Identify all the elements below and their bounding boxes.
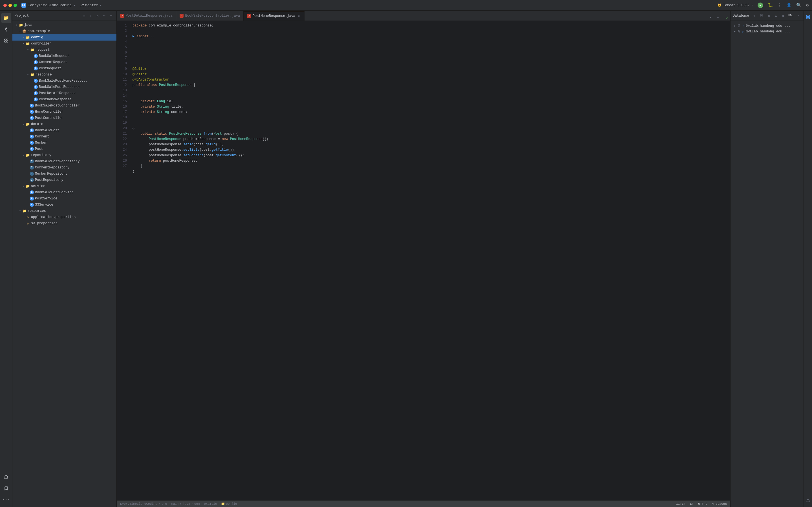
tree-item-CommentRepository[interactable]: I CommentRepository: [12, 165, 116, 171]
tree-arrow-java: ▾: [15, 23, 18, 27]
tree-item-PostRepository[interactable]: I PostRepository: [12, 177, 116, 183]
tab-BookSalePostController[interactable]: J BookSalePostController.java: [176, 11, 244, 20]
db-copy-btn[interactable]: ⎘: [758, 13, 765, 19]
tree-item-BookSalePost[interactable]: C BookSalePost: [12, 127, 116, 133]
tree-item-PostRequest[interactable]: C PostRequest: [12, 65, 116, 71]
user-icon[interactable]: 👤: [786, 3, 792, 8]
tree-item-com-example[interactable]: ▾ 📦 com.example: [12, 28, 116, 34]
tree-item-BookSaleRequest[interactable]: C BookSaleRequest: [12, 53, 116, 59]
settings-icon[interactable]: ⚙: [806, 3, 809, 8]
tree-item-Comment[interactable]: C Comment: [12, 133, 116, 140]
svg-point-8: [806, 15, 810, 17]
more-options[interactable]: ⋮: [777, 3, 782, 8]
tree-item-java[interactable]: ▾ 📁 java: [12, 22, 116, 28]
interface-icon-PostRepository: I: [30, 178, 34, 182]
tab-icon-PostHomeResponse: J: [247, 14, 251, 18]
tree-item-s3-properties[interactable]: ⚙ s3.properties: [12, 220, 116, 226]
tab-chevron-down[interactable]: ▾: [708, 14, 714, 20]
maximize-button[interactable]: [13, 4, 17, 7]
sidebar-collapse-btn[interactable]: —: [108, 13, 114, 19]
tab-bar: J PostDetailResponse.java J BookSalePost…: [117, 11, 730, 21]
debug-button[interactable]: 🐛: [768, 3, 773, 8]
project-icon: ET: [21, 3, 26, 8]
tree-item-Member[interactable]: C Member: [12, 140, 116, 146]
commit-icon[interactable]: [1, 24, 11, 34]
tree-item-BookSalePostService[interactable]: C BookSalePostService: [12, 189, 116, 195]
search-icon[interactable]: 🔍: [796, 3, 802, 8]
tree-item-Post[interactable]: C Post: [12, 146, 116, 152]
close-button[interactable]: [3, 4, 7, 7]
project-view-icon[interactable]: 📁: [1, 13, 11, 23]
code-editor[interactable]: 1 2 3 4 5 6 7 8 9 10 11 12 13 14 15 16 1…: [117, 21, 730, 500]
tree-arrow-controller: ▾: [21, 42, 26, 46]
sidebar-options-btn[interactable]: ⋯: [101, 13, 107, 19]
branch-selector[interactable]: ⎇ master ▾: [80, 3, 102, 8]
sidebar-up-btn[interactable]: ↑: [88, 13, 94, 19]
run-button[interactable]: ▶: [758, 3, 763, 8]
db-ddl-btn[interactable]: DDL: [788, 13, 794, 19]
editor-area: J PostDetailResponse.java J BookSalePost…: [117, 11, 730, 507]
class-icon-S3Service: C: [30, 203, 34, 207]
tree-item-CommentRequest[interactable]: C CommentRequest: [12, 59, 116, 65]
tree-item-controller[interactable]: ▾ 📁 controller: [12, 41, 116, 47]
tree-item-S3Service[interactable]: C S3Service: [12, 202, 116, 208]
structure-icon[interactable]: [1, 36, 11, 46]
tree-item-domain[interactable]: ▾ 📁 domain: [12, 121, 116, 127]
tree-item-service[interactable]: ▾ 📁 service: [12, 183, 116, 189]
sidebar-close-btn[interactable]: ✕: [94, 13, 101, 19]
tab-PostHomeResponse[interactable]: J PostHomeResponse.java ✕: [244, 11, 305, 20]
more-tools-icon[interactable]: ···: [1, 495, 11, 505]
notifications-icon[interactable]: [1, 472, 11, 482]
status-bar: EveryTimeCloneCoding › src › main › java…: [117, 500, 730, 507]
tab-icon-PostDetailResponse: J: [120, 14, 124, 18]
db-icon[interactable]: [804, 13, 812, 21]
tree-item-BookSalePostRepository[interactable]: I BookSalePostRepository: [12, 158, 116, 165]
tree-item-HomeController[interactable]: C HomeController: [12, 109, 116, 115]
tree-item-BookSalePostResponse[interactable]: C BookSalePostResponse: [12, 84, 116, 90]
tree-item-request[interactable]: ▾ 📁 request: [12, 47, 116, 53]
tree-item-PostService[interactable]: C PostService: [12, 195, 116, 202]
run-config[interactable]: 🐱 Tomcat 9.0.82 ▾: [718, 3, 753, 7]
tree-item-config[interactable]: ▾ 📁 config: [12, 34, 116, 41]
db-console-btn[interactable]: ⊡: [773, 13, 779, 19]
code-body[interactable]: package com.example.controller.response;…: [130, 21, 730, 500]
tree-item-BookSalePostHomeResponse[interactable]: C BookSalePostHomeRespo...: [12, 78, 116, 84]
tree-item-application-properties[interactable]: ⚙ application.properties: [12, 214, 116, 220]
tab-PostDetailResponse[interactable]: J PostDetailResponse.java: [117, 11, 176, 20]
tab-icon-BookSalePostController: J: [180, 14, 184, 18]
activity-bar: 📁 ···: [0, 11, 12, 507]
tab-more-options[interactable]: ⋯: [715, 14, 721, 20]
class-icon-HomeController: C: [30, 110, 34, 114]
tab-close-PostHomeResponse[interactable]: ✕: [297, 14, 301, 18]
db-table-btn[interactable]: ⊞: [780, 13, 786, 19]
tree-item-response[interactable]: ▾ 📁 response: [12, 71, 116, 78]
db-item-2[interactable]: ▶ 🗄 ⚡ @walab.handong.edu ...: [730, 29, 804, 34]
svg-rect-4: [6, 39, 8, 40]
interface-icon-BookSalePostRepository: I: [30, 159, 34, 163]
folder-icon-service: 📁: [26, 184, 30, 188]
tree-item-resources[interactable]: ▾ 📁 resources: [12, 208, 116, 214]
sidebar-locate-btn[interactable]: ◎: [81, 13, 87, 19]
db-chevron-btn[interactable]: ›: [795, 13, 801, 19]
notification-bell-icon[interactable]: [804, 497, 812, 505]
minimize-button[interactable]: [8, 4, 12, 7]
tree-arrow-response: ▾: [26, 73, 30, 76]
indent: 4 spaces: [712, 502, 727, 506]
db-refresh-btn[interactable]: ↻: [766, 13, 772, 19]
class-icon-PostService: C: [30, 196, 34, 201]
tree-item-MemberRepository[interactable]: I MemberRepository: [12, 171, 116, 177]
folder-icon-controller: 📁: [26, 41, 30, 46]
bookmark-icon[interactable]: [1, 483, 11, 494]
db-add-btn[interactable]: ＋: [751, 13, 757, 19]
tree-item-PostDetailResponse[interactable]: C PostDetailResponse: [12, 90, 116, 96]
db-item-1[interactable]: ▶ 🗄 ⚡ @walab.handong.edu ...: [730, 23, 804, 29]
sidebar-actions: ◎ ↑ ✕ ⋯ —: [81, 13, 114, 19]
tree-item-BookSalePostController[interactable]: C BookSalePostController: [12, 103, 116, 109]
class-icon-PostController: C: [30, 116, 34, 120]
tree-item-PostController[interactable]: C PostController: [12, 115, 116, 121]
tree-arrow-repository: ▾: [21, 153, 26, 157]
tree-item-PostHomeResponse[interactable]: C PostHomeResponse: [12, 96, 116, 103]
project-name[interactable]: ET EveryTimeCloneCoding ▾: [21, 3, 75, 8]
class-icon-Post: C: [30, 147, 34, 151]
tree-item-repository[interactable]: ▾ 📁 repository: [12, 152, 116, 158]
